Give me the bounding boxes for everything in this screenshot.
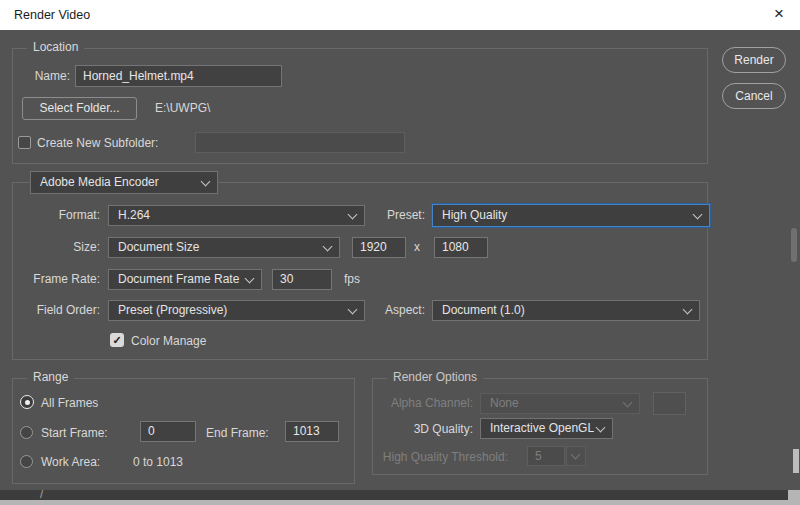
work-area-radio[interactable] — [20, 455, 33, 468]
range-group-label: Range — [27, 370, 74, 384]
chevron-down-icon — [323, 241, 333, 251]
frame-rate-select[interactable]: Document Frame Rate — [108, 269, 262, 290]
start-frame-label: Start Frame: — [41, 426, 108, 440]
width-input[interactable]: 1920 — [352, 237, 406, 258]
aspect-select[interactable]: Document (1.0) — [432, 300, 700, 321]
check-icon: ✓ — [112, 334, 121, 346]
alpha-channel-select: None — [480, 393, 640, 414]
close-icon[interactable]: × — [762, 0, 796, 30]
alpha-channel-label: Alpha Channel: — [373, 393, 473, 414]
work-area-value: 0 to 1013 — [133, 455, 183, 469]
chevron-down-icon — [683, 304, 693, 314]
name-label: Name: — [28, 65, 70, 87]
format-label: Format: — [20, 205, 100, 226]
bottom-strip — [0, 490, 788, 500]
field-order-select-value: Preset (Progressive) — [118, 303, 227, 317]
all-frames-radio[interactable] — [20, 395, 34, 409]
resize-grip-icon[interactable]: / — [40, 488, 43, 500]
create-subfolder-checkbox[interactable] — [18, 136, 31, 149]
start-frame-input[interactable]: 0 — [140, 421, 196, 442]
preset-label: Preset: — [345, 205, 425, 226]
chevron-down-icon — [596, 422, 606, 432]
title-bar: Render Video × — [0, 0, 800, 30]
vertical-scrollbar-thumb[interactable] — [791, 228, 797, 262]
hq-threshold-label: High Quality Threshold: — [333, 447, 508, 467]
create-subfolder-label: Create New Subfolder: — [37, 136, 158, 150]
vertical-scrollbar-element[interactable] — [793, 449, 799, 473]
aspect-select-value: Document (1.0) — [442, 303, 525, 317]
dialog-title: Render Video — [14, 0, 90, 30]
bottom-edge — [0, 500, 800, 505]
field-order-select[interactable]: Preset (Progressive) — [108, 300, 365, 321]
folder-path: E:\UWPG\ — [155, 97, 210, 120]
fps-input[interactable]: 30 — [272, 269, 332, 290]
work-area-label: Work Area: — [41, 455, 100, 469]
end-frame-label: End Frame: — [206, 426, 269, 440]
cancel-button[interactable]: Cancel — [722, 83, 786, 109]
all-frames-label: All Frames — [41, 396, 98, 410]
quality-3d-label: 3D Quality: — [373, 419, 473, 440]
height-input[interactable]: 1080 — [434, 237, 488, 258]
hq-threshold-input: 5 — [527, 446, 565, 466]
encoder-select-value: Adobe Media Encoder — [40, 175, 159, 189]
times-separator: x — [414, 237, 420, 258]
color-manage-label: Color Manage — [131, 334, 206, 348]
render-options-group-label: Render Options — [387, 370, 483, 384]
quality-3d-value: Interactive OpenGL — [490, 421, 594, 435]
start-frame-radio[interactable] — [20, 426, 33, 439]
render-video-dialog: Render Video × Location Name: Horned_Hel… — [0, 0, 800, 505]
preset-select-value: High Quality — [442, 208, 507, 222]
fps-unit-label: fps — [344, 269, 360, 290]
chevron-down-icon — [571, 450, 581, 460]
alpha-color-swatch — [653, 392, 686, 415]
alpha-channel-value: None — [490, 396, 519, 410]
aspect-label: Aspect: — [345, 300, 425, 321]
encoder-select[interactable]: Adobe Media Encoder — [30, 171, 218, 194]
field-order-label: Field Order: — [8, 300, 100, 321]
format-select[interactable]: H.264 — [108, 205, 365, 226]
chevron-down-icon — [245, 273, 255, 283]
location-group-label: Location — [27, 40, 84, 54]
render-button[interactable]: Render — [722, 47, 786, 73]
preset-select[interactable]: High Quality — [432, 204, 710, 227]
frame-rate-select-value: Document Frame Rate — [118, 272, 239, 286]
size-select[interactable]: Document Size — [108, 237, 340, 258]
chevron-down-icon — [623, 397, 633, 407]
size-select-value: Document Size — [118, 240, 199, 254]
subfolder-name-input[interactable] — [195, 132, 405, 153]
color-manage-checkbox[interactable]: ✓ — [110, 333, 124, 347]
hq-threshold-stepper — [566, 446, 586, 466]
frame-rate-label: Frame Rate: — [8, 269, 100, 290]
format-select-value: H.264 — [118, 208, 150, 222]
size-label: Size: — [20, 237, 100, 258]
quality-3d-select[interactable]: Interactive OpenGL — [480, 418, 613, 439]
chevron-down-icon — [693, 209, 703, 219]
select-folder-button[interactable]: Select Folder... — [22, 97, 137, 120]
end-frame-input[interactable]: 1013 — [285, 421, 339, 442]
name-input[interactable]: Horned_Helmet.mp4 — [75, 65, 282, 87]
chevron-down-icon — [201, 176, 211, 186]
